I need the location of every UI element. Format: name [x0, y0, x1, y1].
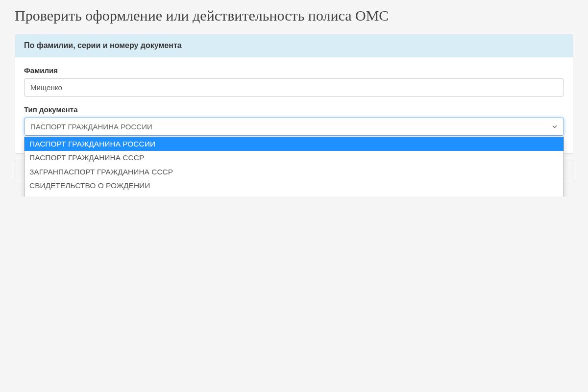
surname-input[interactable] [24, 78, 564, 97]
doctype-dropdown[interactable]: ПАСПОРТ ГРАЖДАНИНА РОССИИПАСПОРТ ГРАЖДАН… [24, 137, 564, 196]
doctype-option[interactable]: СВИДЕТЕЛЬСТВО О РОЖДЕНИИ [24, 179, 564, 193]
doctype-option[interactable]: ПАСПОРТ ГРАЖДАНИНА СССР [24, 151, 564, 165]
doctype-option[interactable]: ПАСПОРТ ГРАЖДАНИНА РОССИИ [24, 137, 564, 151]
page-title: Проверить оформление или действительност… [15, 7, 573, 24]
surname-label: Фамилия [24, 66, 564, 74]
panel-header-by-document[interactable]: По фамилии, серии и номеру документа [15, 34, 573, 57]
panel-body-by-document: Фамилия Тип документа ПАСПОРТ ГРАЖДАНИНА… [15, 57, 573, 153]
doctype-select[interactable]: ПАСПОРТ ГРАЖДАНИНА РОССИИ [24, 118, 564, 136]
doctype-selected-value: ПАСПОРТ ГРАЖДАНИНА РОССИИ [30, 122, 152, 131]
panel-by-document: По фамилии, серии и номеру документа Фам… [15, 34, 573, 154]
doctype-label: Тип документа [24, 105, 564, 114]
chevron-down-icon [552, 122, 558, 131]
doctype-option[interactable]: УДОСТОВЕРЕНИИ ЛИЧНОСТИ ОФИЦЕРА [24, 193, 564, 196]
doctype-group: Тип документа ПАСПОРТ ГРАЖДАНИНА РОССИИ … [24, 105, 564, 136]
surname-group: Фамилия [24, 66, 564, 97]
doctype-select-wrap: ПАСПОРТ ГРАЖДАНИНА РОССИИ ПАСПОРТ ГРАЖДА… [24, 118, 564, 136]
doctype-option[interactable]: ЗАГРАНПАСПОРТ ГРАЖДАНИНА СССР [24, 165, 564, 179]
